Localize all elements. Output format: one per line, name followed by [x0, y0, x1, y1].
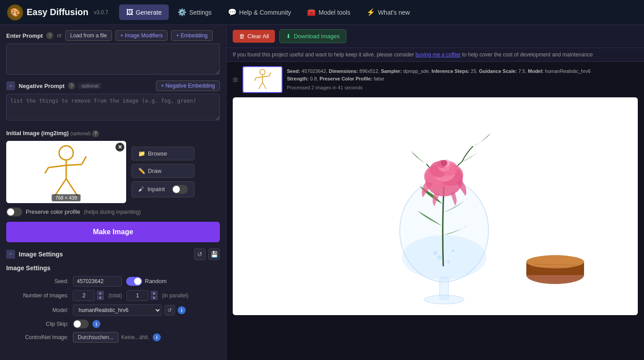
- main-image-container[interactable]: [233, 97, 638, 315]
- clear-all-button[interactable]: 🗑 Clear All: [233, 30, 275, 43]
- download-images-button[interactable]: ⬇ Download images: [279, 29, 346, 43]
- image-modifiers-button[interactable]: + Image Modifiers: [115, 30, 168, 41]
- preserve-color-hint: (helps during inpainting): [84, 209, 141, 215]
- initial-image-help-icon[interactable]: ?: [92, 130, 99, 137]
- result-thumbnail[interactable]: [242, 66, 282, 93]
- app-logo: 🎨 Easy Diffusion v3.0.7: [7, 4, 108, 20]
- svg-line-5: [45, 168, 48, 173]
- clip-skip-label: Clip Skip:: [6, 321, 68, 327]
- nav-model-tools[interactable]: 🧰 Model tools: [300, 4, 358, 20]
- clip-skip-toggle[interactable]: [73, 320, 89, 328]
- controlnet-none-label: Keine...ählt.: [121, 334, 149, 340]
- preserve-color-toggle[interactable]: [6, 208, 22, 216]
- image-settings-header: − Image Settings ↺ 💾: [6, 248, 220, 260]
- thumbnail-row: ⊞: [233, 66, 638, 93]
- save-settings-button[interactable]: 💾: [208, 248, 220, 260]
- coffee-suffix: to help cover the cost of development an…: [462, 52, 593, 58]
- parallel-up[interactable]: ▲: [151, 291, 158, 295]
- controlnet-info-button[interactable]: i: [153, 333, 161, 341]
- svg-line-4: [82, 156, 86, 164]
- inpaint-toggle[interactable]: [172, 185, 188, 194]
- result-area: ⊞: [227, 62, 644, 360]
- num-images-input[interactable]: [73, 290, 95, 301]
- right-panel: 🗑 Clear All ⬇ Download images If you fou…: [227, 25, 644, 360]
- model-select[interactable]: humanRealistic_hrv6: [73, 304, 162, 316]
- model-info-button[interactable]: i: [178, 306, 186, 314]
- grid-icon[interactable]: ⊞: [233, 76, 238, 83]
- navbar: 🎨 Easy Diffusion v3.0.7 🖼 Generate ⚙️ Se…: [0, 0, 644, 25]
- svg-point-38: [433, 251, 437, 255]
- svg-point-25: [402, 235, 486, 280]
- img-close-button[interactable]: ✕: [115, 143, 124, 152]
- img-dimensions: 768 × 439: [52, 194, 80, 201]
- nav-settings[interactable]: ⚙️ Settings: [171, 4, 219, 20]
- parallel-input[interactable]: [127, 290, 149, 301]
- nav-menu: 🖼 Generate ⚙️ Settings 💬 Help & Communit…: [119, 4, 417, 20]
- reset-settings-button[interactable]: ↺: [194, 248, 206, 260]
- meta-line-1: Seed: 457023642, Dimensions: 896x512, Sa…: [287, 68, 638, 76]
- draw-button[interactable]: ✏️ Draw: [131, 164, 195, 178]
- result-steps: 25: [471, 68, 476, 74]
- controlnet-row: ControlNet Image: Durchsuchen... Keine..…: [6, 332, 220, 343]
- parallel-label: (in parallel): [162, 292, 188, 299]
- make-image-button[interactable]: Make Image: [6, 222, 220, 242]
- top-bar: 🗑 Clear All ⬇ Download images: [227, 25, 644, 48]
- prompt-label: Enter Prompt: [6, 32, 43, 39]
- settings-collapse-button[interactable]: −: [6, 250, 15, 259]
- result-image-svg: [235, 97, 635, 315]
- parallel-spin: ▲ ▼: [151, 291, 158, 300]
- settings-icon: ⚙️: [178, 8, 187, 16]
- nav-help[interactable]: 💬 Help & Community: [221, 4, 298, 20]
- model-refresh-button[interactable]: ↺: [164, 305, 175, 316]
- result-sampler: dpmpp_sde: [403, 68, 429, 74]
- result-seed: 457023642: [302, 68, 326, 74]
- seed-input[interactable]: [73, 276, 122, 287]
- svg-point-40: [437, 255, 442, 260]
- random-label: Random: [145, 278, 167, 284]
- controlnet-browse-button[interactable]: Durchsuchen...: [73, 332, 119, 343]
- num-images-spin: ▲ ▼: [97, 291, 104, 300]
- svg-point-20: [526, 255, 584, 268]
- left-panel: Enter Prompt ? or Load from a file + Ima…: [0, 25, 227, 360]
- nav-model-tools-label: Model tools: [318, 9, 350, 16]
- clip-skip-info-button[interactable]: i: [92, 320, 100, 328]
- result-guidance: 7.5: [518, 68, 525, 74]
- image-settings-panel: Image Settings Seed: Random Number of Im…: [6, 264, 220, 343]
- clip-skip-row: Clip Skip: i: [6, 320, 220, 328]
- neg-help-icon[interactable]: ?: [68, 82, 75, 89]
- logo-icon: 🎨: [7, 4, 23, 20]
- random-toggle[interactable]: [126, 277, 142, 286]
- negative-prompt-textarea[interactable]: [6, 94, 220, 120]
- num-images-input-row: ▲ ▼ (total) ▲ ▼ (in parallel): [73, 290, 188, 301]
- result-dimensions: 896x512: [359, 68, 378, 74]
- meta-info: Seed: 457023642, Dimensions: 896x512, Sa…: [287, 68, 638, 92]
- num-images-up[interactable]: ▲: [97, 291, 104, 295]
- parallel-down[interactable]: ▼: [151, 296, 158, 300]
- prompt-textarea[interactable]: [6, 44, 220, 75]
- num-images-down[interactable]: ▼: [97, 296, 104, 300]
- neg-collapse-button[interactable]: −: [6, 81, 15, 90]
- preserve-color-label: Preserve color profile: [26, 208, 80, 215]
- initial-image-label: Initial Image (img2img): [6, 130, 69, 136]
- prompt-header: Enter Prompt ? or Load from a file + Ima…: [6, 30, 220, 41]
- result-model: humanRealistic_hrv6: [545, 68, 591, 74]
- svg-point-0: [59, 146, 73, 160]
- svg-point-27: [424, 295, 464, 304]
- svg-line-2: [48, 165, 66, 168]
- coffee-link[interactable]: buying me a coffee: [416, 52, 461, 58]
- nav-generate[interactable]: 🖼 Generate: [119, 4, 169, 20]
- nav-whats-new[interactable]: ⚡ What's new: [359, 4, 417, 20]
- app-title: Easy Diffusion: [27, 7, 88, 17]
- brush-icon: 🖌: [138, 186, 144, 192]
- load-from-file-button[interactable]: Load from a file: [65, 30, 112, 41]
- model-label: Model:: [6, 307, 68, 313]
- browse-label: Browse: [148, 150, 167, 157]
- thumbnail-svg: [245, 68, 280, 91]
- neg-optional-badge: optional: [79, 83, 101, 89]
- embedding-button[interactable]: + Embedding: [171, 30, 212, 41]
- prompt-help-icon[interactable]: ?: [46, 32, 53, 39]
- browse-button[interactable]: 📁 Browse: [131, 147, 195, 160]
- download-label: Download images: [294, 33, 339, 40]
- neg-embedding-button[interactable]: + Negative Embedding: [156, 80, 220, 91]
- negative-prompt-label: Negative Prompt: [19, 83, 64, 89]
